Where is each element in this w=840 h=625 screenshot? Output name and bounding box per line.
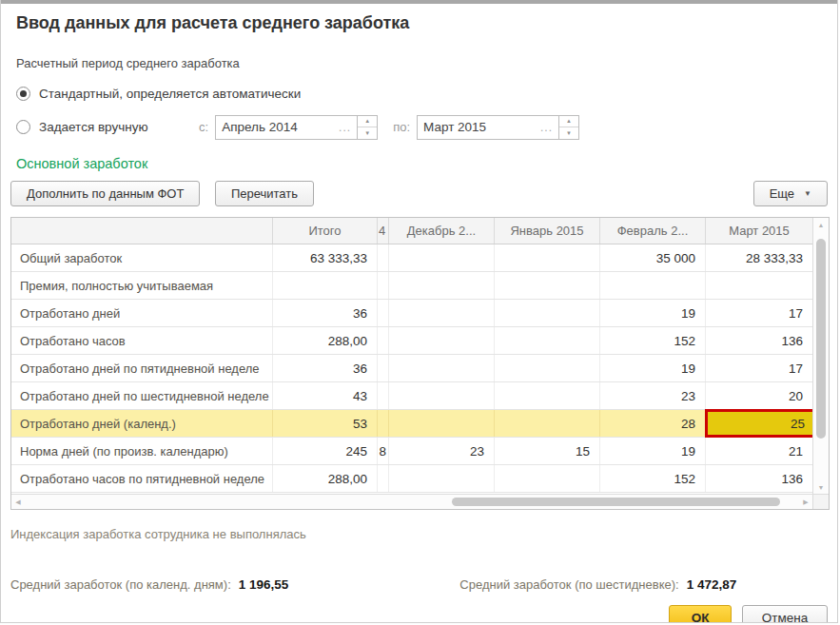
table-cell[interactable]: 20 (706, 382, 812, 409)
table-cell[interactable] (706, 272, 812, 299)
table-cell[interactable]: 17 (706, 355, 812, 381)
radio-standard-auto[interactable] (16, 87, 30, 101)
to-field[interactable]: Март 2015 ... (417, 115, 559, 140)
table-cell[interactable] (600, 272, 706, 299)
radio-manual[interactable] (16, 120, 30, 134)
scroll-up-icon[interactable]: ▲ (813, 218, 829, 231)
table-cell[interactable] (378, 382, 389, 409)
table-cell[interactable]: 19 (600, 355, 706, 381)
fill-from-fot-button[interactable]: Дополнить по данным ФОТ (10, 181, 200, 206)
table-cell[interactable] (389, 465, 495, 492)
table-cell[interactable] (378, 465, 389, 492)
table-cell[interactable]: 136 (706, 327, 812, 354)
table-cell[interactable] (389, 355, 495, 381)
table-cell[interactable] (378, 410, 389, 437)
from-spinner-up-icon[interactable]: ▲ (358, 116, 377, 128)
table-row: Отработано дней по пятидневной неделе361… (11, 355, 812, 382)
table-cell[interactable]: 23 (600, 382, 706, 409)
table-cell[interactable] (495, 355, 600, 381)
table-cell[interactable] (495, 382, 600, 409)
table-row: Отработано дней (календ.)532825 (11, 410, 812, 438)
to-picker-button[interactable]: ... (540, 121, 553, 134)
column-header[interactable]: Итого (273, 218, 378, 244)
table-cell[interactable]: 288,00 (273, 465, 378, 492)
chevron-down-icon: ▼ (804, 189, 811, 198)
row-label[interactable]: Общий заработок (11, 244, 273, 271)
table-cell[interactable] (389, 382, 495, 409)
table-cell[interactable] (378, 355, 389, 381)
row-label[interactable]: Отработано часов по пятидневной неделе (11, 465, 273, 492)
table-cell[interactable] (389, 244, 495, 271)
column-header[interactable]: Декабрь 2... (389, 218, 495, 244)
to-spinner-up-icon[interactable]: ▲ (559, 116, 578, 128)
reread-button[interactable]: Перечитать (215, 181, 314, 206)
table-cell[interactable] (389, 272, 495, 299)
table-cell[interactable]: 28 (600, 410, 706, 437)
table-cell[interactable]: 19 (600, 438, 706, 464)
scroll-right-icon[interactable]: ▶ (799, 495, 812, 509)
table-cell[interactable]: 21 (706, 438, 812, 464)
table-cell[interactable] (389, 410, 495, 437)
row-label[interactable]: Премия, полностью учитываемая (11, 272, 273, 299)
avg-calendar-value: 1 196,55 (239, 577, 289, 592)
table-cell[interactable]: 43 (273, 382, 378, 409)
table-cell[interactable] (389, 327, 495, 354)
table-cell[interactable]: 288,00 (273, 327, 378, 354)
row-label[interactable]: Отработано дней (11, 300, 273, 326)
table-cell[interactable]: 36 (273, 300, 378, 326)
table-cell[interactable] (495, 465, 600, 492)
table-cell[interactable]: 17 (706, 300, 812, 326)
table-cell[interactable]: 15 (495, 438, 600, 464)
column-header[interactable] (11, 218, 273, 244)
table-cell[interactable] (495, 244, 600, 271)
table-cell[interactable]: 28 333,33 (706, 244, 812, 271)
table-cell[interactable]: 53 (273, 410, 378, 437)
row-label[interactable]: Норма дней (по произв. календарю) (11, 438, 273, 464)
column-header[interactable]: 4 (378, 218, 389, 244)
horizontal-scrollbar-thumb[interactable] (452, 498, 780, 506)
row-label[interactable]: Отработано дней по пятидневной неделе (11, 355, 273, 381)
ok-button[interactable]: ОК (669, 605, 732, 623)
to-spinner[interactable]: ▲ ▼ (559, 115, 579, 140)
earnings-table-rows: Общий заработок63 333,3335 00028 333,33П… (11, 244, 812, 493)
table-cell[interactable]: 19 (600, 300, 706, 326)
table-cell[interactable]: 8 (378, 438, 389, 464)
column-header[interactable]: Январь 2015 (495, 218, 600, 244)
from-spinner-down-icon[interactable]: ▼ (358, 127, 377, 139)
table-cell[interactable] (273, 272, 378, 299)
column-header[interactable]: Март 2015 (706, 218, 812, 244)
table-cell[interactable]: 23 (389, 438, 495, 464)
row-label[interactable]: Отработано часов (11, 327, 273, 354)
scroll-left-icon[interactable]: ◀ (11, 495, 25, 509)
table-cell[interactable]: 152 (600, 327, 706, 354)
vertical-scrollbar[interactable]: ▲ ▼ (812, 218, 829, 494)
table-cell[interactable] (389, 300, 495, 326)
table-cell[interactable] (495, 327, 600, 354)
to-spinner-down-icon[interactable]: ▼ (559, 127, 578, 139)
table-cell[interactable] (495, 272, 600, 299)
vertical-scrollbar-thumb[interactable] (816, 239, 826, 439)
row-label[interactable]: Отработано дней (календ.) (11, 410, 273, 437)
table-cell[interactable] (495, 410, 600, 437)
table-cell[interactable] (378, 327, 389, 354)
row-label[interactable]: Отработано дней по шестидневной неделе (11, 382, 273, 409)
table-cell[interactable] (378, 244, 389, 271)
table-cell[interactable] (495, 300, 600, 326)
from-picker-button[interactable]: ... (339, 121, 351, 134)
table-cell[interactable] (378, 272, 389, 299)
table-cell[interactable] (378, 300, 389, 326)
table-cell[interactable]: 245 (273, 438, 378, 464)
table-cell[interactable]: 152 (600, 465, 706, 492)
more-button[interactable]: Еще ▼ (753, 181, 828, 206)
from-spinner[interactable]: ▲ ▼ (358, 115, 378, 140)
column-header[interactable]: Февраль 2... (600, 218, 706, 244)
table-cell[interactable]: 136 (706, 465, 812, 492)
scroll-down-icon[interactable]: ▼ (813, 480, 829, 494)
from-field[interactable]: Апрель 2014 ... (215, 115, 358, 140)
table-cell[interactable]: 35 000 (600, 244, 706, 271)
table-cell[interactable]: 63 333,33 (273, 244, 378, 271)
cancel-button[interactable]: Отмена (742, 605, 828, 623)
table-cell[interactable]: 36 (273, 355, 378, 381)
selected-cell[interactable]: 25 (706, 410, 812, 437)
horizontal-scrollbar[interactable]: ◀ ▶ (11, 494, 812, 509)
